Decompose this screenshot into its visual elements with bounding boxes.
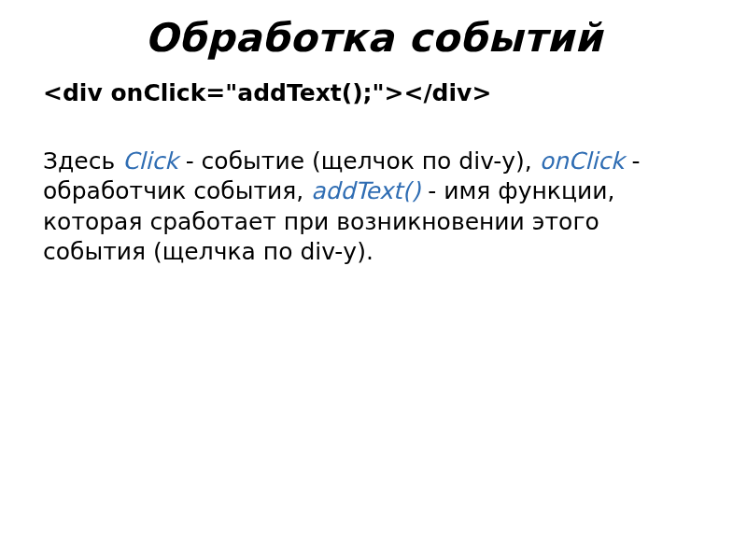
explanation-paragraph: Здесь Click - событие (щелчок по div-у),…: [43, 147, 704, 268]
keyword-addtext: addText(): [311, 177, 420, 204]
keyword-click: Click: [122, 147, 178, 175]
code-example: <div onClick="addText();"></div>: [43, 77, 710, 109]
text-fragment: Здесь: [43, 147, 122, 175]
slide-container: Обработка событий <div onClick="addText(…: [0, 0, 747, 560]
keyword-onclick: onClick: [540, 147, 625, 175]
text-fragment: - событие (щелчок по div-у),: [178, 147, 540, 175]
slide-title: Обработка событий: [37, 15, 710, 61]
